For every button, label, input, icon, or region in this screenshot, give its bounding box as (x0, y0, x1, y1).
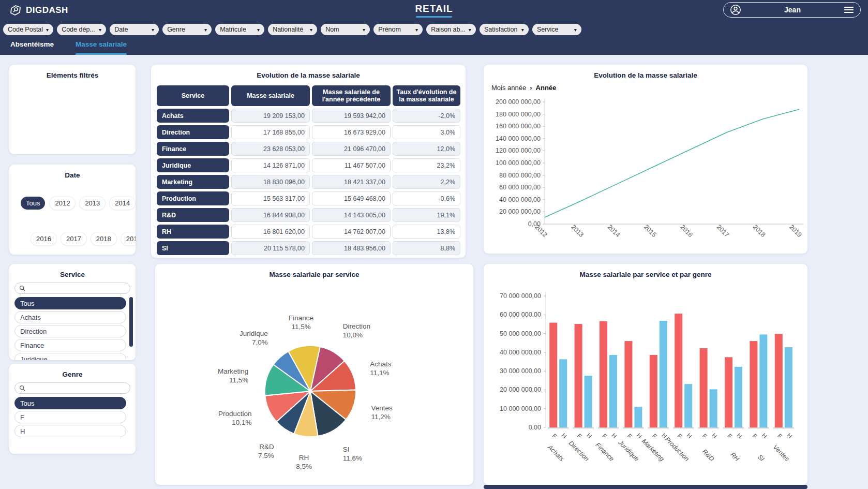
bar-ventes-f[interactable] (775, 334, 783, 427)
date-option-2019[interactable]: 2019 (121, 232, 136, 245)
table-row-header[interactable]: SI (157, 241, 229, 255)
table-column-header[interactable]: Masse salariale (231, 85, 310, 106)
date-option-tous[interactable]: Tous (21, 197, 45, 210)
bar-finance-h[interactable] (609, 355, 617, 427)
bar-si-h[interactable] (759, 334, 767, 427)
filter-pill-code-d-p-[interactable]: Code dép...▾ (57, 24, 106, 35)
table-row-header[interactable]: Marketing (157, 175, 229, 189)
table-row-header[interactable]: Achats (157, 109, 229, 123)
evolution-line-chart[interactable]: 0,0020 000 000,0040 000 000,0060 000 000… (484, 95, 807, 253)
hamburger-menu-icon[interactable] (844, 6, 854, 14)
service-search[interactable] (14, 283, 130, 294)
bar-achats-f[interactable] (549, 323, 557, 427)
bar-production-f[interactable] (675, 314, 682, 427)
y-tick-label: 70 000 000,00 (500, 292, 541, 300)
x-tick-label[interactable]: 2013 (570, 224, 585, 239)
category-tick-label[interactable]: Ventes (771, 443, 790, 463)
filter-pill-genre[interactable]: Genre▾ (162, 24, 212, 35)
user-menu[interactable]: Jean (723, 2, 861, 18)
genre-search-input[interactable] (28, 384, 126, 392)
table-column-header[interactable]: Masse salariale de l'année précédente (312, 85, 391, 106)
bar-ventes-h[interactable] (785, 347, 792, 427)
date-option-2014[interactable]: 2014 (110, 197, 135, 210)
list-item[interactable]: Juridique (14, 353, 126, 360)
category-tick-label[interactable]: Marketing (640, 437, 666, 463)
category-tick-label[interactable]: Achats (546, 443, 565, 463)
x-tick-label[interactable]: 2016 (679, 224, 694, 239)
filter-pill-pr-nom[interactable]: Prénom▾ (373, 24, 423, 35)
tab-absent-isme[interactable]: Absentéisme (10, 40, 54, 55)
masse-salariale-bar-chart[interactable]: 0,0010 000 000,0020 000 000,0030 000 000… (484, 281, 807, 484)
tab-masse-salariale[interactable]: Masse salariale (76, 40, 127, 55)
bar-si-f[interactable] (750, 341, 757, 427)
table-column-header[interactable]: Service (157, 85, 229, 106)
bar-production-h[interactable] (684, 384, 692, 427)
category-tick-label[interactable]: R&D (701, 448, 716, 463)
x-tick-label[interactable]: 2012 (533, 224, 549, 239)
category-tick-label[interactable]: Juridique (617, 439, 641, 463)
list-item[interactable]: Achats (14, 311, 126, 323)
filter-pill-matricule[interactable]: Matricule▾ (215, 24, 264, 35)
bar-juridique-f[interactable] (624, 341, 632, 427)
x-tick-label[interactable]: 2015 (642, 224, 658, 239)
filter-pill-date[interactable]: Date▾ (110, 24, 159, 35)
list-item[interactable]: Tous (14, 397, 126, 409)
filter-pill-label: Code dép... (62, 26, 95, 33)
table-row-header[interactable]: Production (157, 191, 229, 205)
bar-rh-h[interactable] (735, 367, 742, 427)
x-tick-label[interactable]: 2018 (752, 224, 767, 239)
list-item[interactable]: H (14, 425, 126, 437)
table-column-header[interactable]: Taux d'évolution de la masse salariale (393, 85, 460, 106)
service-search-input[interactable] (28, 285, 126, 292)
category-tick-label[interactable]: Production (664, 436, 691, 463)
breadcrumb-root[interactable]: Mois année (491, 84, 526, 92)
bar-rh-f[interactable] (725, 357, 732, 427)
filter-pill-raison-ab-[interactable]: Raison ab...▾ (426, 24, 476, 35)
year-row: Tous2012201320142015 (21, 197, 128, 210)
y-tick-label: 140 000 000,00 (496, 135, 541, 142)
masse-salariale-pie-chart[interactable]: Finance11,5%Direction10,0%Achats11,1%Ven… (155, 281, 473, 484)
line-series[interactable] (545, 109, 799, 217)
x-tick-label[interactable]: 2017 (715, 224, 731, 239)
table-row-header[interactable]: RH (157, 225, 229, 239)
filter-pill-service[interactable]: Service▾ (532, 24, 581, 35)
table-row-header[interactable]: Finance (157, 142, 229, 156)
category-tick-label[interactable]: SI (756, 453, 766, 463)
filter-pill-code-postal[interactable]: Code Postal▾ (3, 24, 53, 35)
table-row-header[interactable]: Juridique (157, 158, 229, 172)
date-option-2016[interactable]: 2016 (31, 232, 56, 245)
list-item[interactable]: Tous (14, 297, 126, 309)
table-row-header[interactable]: R&D (157, 208, 229, 222)
x-tick-label[interactable]: 2019 (788, 224, 803, 239)
category-tick-label[interactable]: Direction (567, 439, 591, 463)
bar-marketing-f[interactable] (650, 355, 657, 427)
table-row-header[interactable]: Direction (157, 125, 229, 139)
horizontal-scrollbar[interactable] (484, 485, 807, 489)
x-tick-label[interactable]: 2014 (606, 224, 622, 239)
bar-direction-h[interactable] (585, 376, 592, 427)
date-option-2018[interactable]: 2018 (91, 232, 116, 245)
chevron-down-icon: ▾ (469, 27, 471, 33)
series-tick-label: H (711, 432, 718, 439)
date-option-2017[interactable]: 2017 (61, 232, 86, 245)
service-list-scrollbar[interactable] (129, 297, 133, 347)
bar-marketing-h[interactable] (660, 321, 667, 427)
date-option-2012[interactable]: 2012 (50, 197, 75, 210)
bar-finance-f[interactable] (600, 321, 607, 427)
list-item[interactable]: Finance (14, 339, 126, 351)
bar-r&d-f[interactable] (700, 348, 708, 427)
bar-r&d-h[interactable] (710, 389, 717, 427)
date-option-2013[interactable]: 2013 (80, 197, 105, 210)
table-cell: 14 126 871,00 (231, 158, 310, 172)
filter-pill-satisfaction[interactable]: Satisfaction▾ (480, 24, 529, 35)
bar-direction-f[interactable] (575, 324, 582, 427)
list-item[interactable]: Direction (14, 325, 126, 337)
bar-achats-h[interactable] (559, 359, 567, 427)
filter-pill-nom[interactable]: Nom▾ (321, 24, 370, 35)
bar-juridique-h[interactable] (634, 407, 642, 427)
list-item[interactable]: F (14, 411, 126, 423)
genre-search[interactable] (14, 382, 130, 394)
category-tick-label[interactable]: RH (729, 451, 741, 463)
category-tick-label[interactable]: Finance (594, 441, 615, 463)
filter-pill-nationalit-[interactable]: Nationalité▾ (268, 24, 317, 35)
